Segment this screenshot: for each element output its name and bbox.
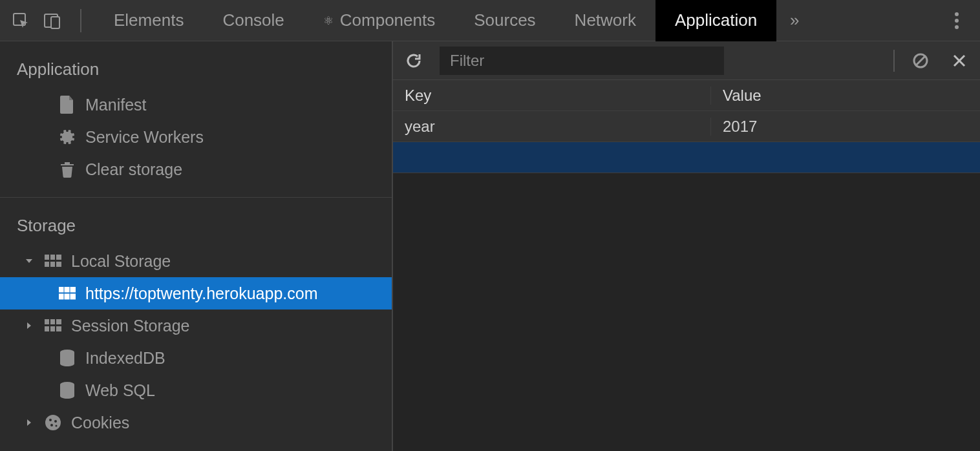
device-toolbar-icon[interactable] <box>36 5 67 36</box>
svg-rect-13 <box>65 287 69 292</box>
column-header-value[interactable]: Value <box>711 87 980 105</box>
section-title-application: Application <box>0 41 392 89</box>
storage-table: Key Value year 2017 <box>393 80 980 451</box>
storage-grid-icon <box>58 287 76 300</box>
storage-toolbar <box>393 41 980 80</box>
svg-rect-23 <box>56 326 61 331</box>
sidebar-item-label: Session Storage <box>71 317 189 335</box>
sidebar-item-service-workers[interactable]: Service Workers <box>0 121 392 153</box>
sidebar-item-local-storage[interactable]: Local Storage <box>0 245 392 277</box>
gear-icon <box>58 129 76 145</box>
svg-point-5 <box>955 25 959 29</box>
svg-rect-8 <box>56 255 61 260</box>
svg-point-3 <box>955 12 959 16</box>
sidebar-item-label: Local Storage <box>71 252 171 271</box>
inspect-element-icon[interactable] <box>5 5 36 36</box>
svg-rect-10 <box>50 262 55 267</box>
svg-point-28 <box>54 420 57 423</box>
separator <box>893 50 895 72</box>
sidebar-item-session-storage[interactable]: Session Storage <box>0 309 392 342</box>
tab-application[interactable]: Application <box>655 0 776 41</box>
svg-rect-12 <box>59 287 63 292</box>
tab-components[interactable]: ⚛ Components <box>304 0 454 41</box>
clear-all-icon[interactable] <box>908 48 933 74</box>
tab-console[interactable]: Console <box>203 0 303 41</box>
tab-network[interactable]: Network <box>555 0 655 41</box>
filter-input[interactable] <box>440 47 724 75</box>
column-header-key[interactable]: Key <box>393 87 711 105</box>
storage-grid-icon <box>44 319 62 332</box>
table-row-empty-selected[interactable] <box>393 142 980 173</box>
svg-point-4 <box>955 19 959 23</box>
database-icon <box>58 382 76 399</box>
svg-point-30 <box>56 425 58 427</box>
svg-point-26 <box>45 415 61 430</box>
application-sidebar: Application Manifest Service Workers Cle… <box>0 41 393 451</box>
settings-kebab-icon[interactable] <box>939 5 975 36</box>
svg-rect-14 <box>70 287 76 292</box>
sidebar-item-label: https://toptwenty.herokuapp.com <box>85 284 317 303</box>
sidebar-item-label: Service Workers <box>85 128 204 147</box>
svg-rect-18 <box>45 319 49 324</box>
cookie-icon <box>44 414 62 431</box>
sidebar-item-label: Manifest <box>85 96 146 114</box>
tabs-overflow-button[interactable]: » <box>776 5 813 36</box>
svg-point-29 <box>50 424 53 426</box>
svg-rect-17 <box>70 294 76 299</box>
svg-rect-22 <box>50 326 55 331</box>
sidebar-item-local-storage-origin[interactable]: https://toptwenty.herokuapp.com <box>0 277 392 309</box>
table-header-row: Key Value <box>393 80 980 111</box>
refresh-icon[interactable] <box>401 48 427 74</box>
sidebar-item-clear-storage[interactable]: Clear storage <box>0 153 392 185</box>
table-row[interactable]: year 2017 <box>393 111 980 142</box>
svg-rect-20 <box>56 319 61 324</box>
disclosure-triangle-right-icon <box>23 419 35 426</box>
sidebar-item-label: Web SQL <box>85 381 155 400</box>
disclosure-triangle-down-icon <box>23 257 35 265</box>
cell-key[interactable]: year <box>393 118 711 136</box>
devtools-tabbar: Elements Console ⚛ Components Sources Ne… <box>0 0 980 41</box>
svg-rect-6 <box>45 255 49 260</box>
svg-rect-2 <box>51 17 59 28</box>
table-body: year 2017 <box>393 111 980 173</box>
separator <box>80 9 81 32</box>
cell-value[interactable]: 2017 <box>711 118 980 136</box>
svg-rect-7 <box>50 255 55 260</box>
tab-list: Elements Console ⚛ Components Sources Ne… <box>94 0 776 41</box>
tab-sources[interactable]: Sources <box>454 0 555 41</box>
sidebar-item-label: Clear storage <box>85 160 182 179</box>
storage-grid-icon <box>44 255 62 267</box>
svg-rect-9 <box>45 262 49 267</box>
svg-point-27 <box>49 419 52 421</box>
storage-content-panel: Key Value year 2017 <box>393 41 980 451</box>
disclosure-triangle-right-icon <box>23 322 35 330</box>
sidebar-item-websql[interactable]: Web SQL <box>0 374 392 406</box>
sidebar-item-indexeddb[interactable]: IndexedDB <box>0 342 392 374</box>
sidebar-item-cookies[interactable]: Cookies <box>0 406 392 439</box>
svg-rect-11 <box>56 262 61 267</box>
svg-rect-19 <box>50 319 55 324</box>
sidebar-item-label: IndexedDB <box>85 349 165 368</box>
tab-components-label: Components <box>340 10 435 30</box>
document-icon <box>58 96 76 114</box>
section-title-storage: Storage <box>0 198 392 245</box>
svg-rect-21 <box>45 326 49 331</box>
delete-selected-icon[interactable] <box>946 48 972 74</box>
sidebar-item-manifest[interactable]: Manifest <box>0 89 392 121</box>
table-empty-area <box>393 173 980 451</box>
react-icon: ⚛ <box>323 14 334 28</box>
svg-rect-15 <box>59 294 63 299</box>
sidebar-item-label: Cookies <box>71 414 129 432</box>
database-icon <box>58 350 76 366</box>
svg-line-32 <box>916 56 925 65</box>
svg-rect-16 <box>65 294 69 299</box>
trash-icon <box>58 161 76 178</box>
tab-elements[interactable]: Elements <box>94 0 203 41</box>
